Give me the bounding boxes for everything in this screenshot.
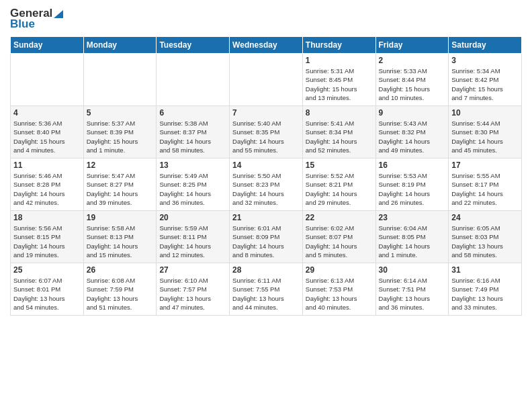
day-info: Sunrise: 6:05 AMSunset: 8:03 PMDaylight:… [451, 224, 519, 259]
calendar-cell: 18Sunrise: 5:56 AMSunset: 8:15 PMDayligh… [11, 211, 84, 263]
header: General Blue [10, 7, 522, 31]
day-number: 7 [232, 108, 300, 118]
weekday-header-sunday: Sunday [11, 37, 84, 54]
calendar-cell: 19Sunrise: 5:58 AMSunset: 8:13 PMDayligh… [83, 211, 157, 263]
calendar-cell: 28Sunrise: 6:11 AMSunset: 7:55 PMDayligh… [230, 263, 303, 316]
calendar-cell [11, 54, 84, 106]
calendar-cell: 27Sunrise: 6:10 AMSunset: 7:57 PMDayligh… [157, 263, 230, 316]
day-number: 3 [451, 56, 519, 65]
logo-blue: Blue [10, 17, 35, 31]
calendar-cell: 25Sunrise: 6:07 AMSunset: 8:01 PMDayligh… [11, 263, 84, 316]
day-info: Sunrise: 6:02 AMSunset: 8:07 PMDaylight:… [306, 224, 373, 259]
calendar-week-1: 1Sunrise: 5:31 AMSunset: 8:45 PMDaylight… [11, 54, 522, 106]
day-number: 5 [87, 108, 154, 118]
day-number: 14 [232, 161, 300, 170]
svg-marker-0 [54, 10, 63, 18]
day-number: 24 [451, 213, 519, 222]
day-info: Sunrise: 5:49 AMSunset: 8:25 PMDaylight:… [159, 171, 226, 207]
day-number: 11 [13, 161, 81, 170]
calendar-cell: 1Sunrise: 5:31 AMSunset: 8:45 PMDaylight… [302, 54, 375, 106]
calendar-cell [157, 54, 230, 106]
logo-icon [52, 7, 64, 19]
calendar-week-5: 25Sunrise: 6:07 AMSunset: 8:01 PMDayligh… [11, 263, 522, 316]
day-info: Sunrise: 6:08 AMSunset: 7:59 PMDaylight:… [87, 276, 154, 312]
day-info: Sunrise: 5:52 AMSunset: 8:21 PMDaylight:… [306, 171, 373, 207]
calendar-cell: 8Sunrise: 5:41 AMSunset: 8:34 PMDaylight… [302, 106, 375, 158]
day-number: 27 [159, 265, 226, 275]
day-number: 9 [379, 108, 446, 118]
weekday-header-monday: Monday [83, 37, 157, 54]
day-number: 15 [306, 161, 373, 170]
weekday-header-tuesday: Tuesday [157, 37, 230, 54]
calendar-table: SundayMondayTuesdayWednesdayThursdayFrid… [10, 36, 522, 316]
calendar-cell: 23Sunrise: 6:04 AMSunset: 8:05 PMDayligh… [375, 211, 449, 263]
calendar-cell: 20Sunrise: 5:59 AMSunset: 8:11 PMDayligh… [157, 211, 230, 263]
day-info: Sunrise: 6:07 AMSunset: 8:01 PMDaylight:… [13, 276, 81, 312]
day-info: Sunrise: 6:01 AMSunset: 8:09 PMDaylight:… [232, 224, 300, 259]
calendar-cell: 13Sunrise: 5:49 AMSunset: 8:25 PMDayligh… [157, 158, 230, 211]
day-number: 22 [306, 213, 373, 222]
calendar-header-row: SundayMondayTuesdayWednesdayThursdayFrid… [11, 37, 522, 54]
day-number: 20 [159, 213, 226, 222]
calendar-cell: 10Sunrise: 5:44 AMSunset: 8:30 PMDayligh… [449, 106, 522, 158]
calendar-cell: 29Sunrise: 6:13 AMSunset: 7:53 PMDayligh… [302, 263, 375, 316]
day-info: Sunrise: 5:47 AMSunset: 8:27 PMDaylight:… [87, 171, 154, 207]
page-container: General Blue SundayMondayTuesdayWednesda… [0, 0, 532, 411]
calendar-cell: 30Sunrise: 6:14 AMSunset: 7:51 PMDayligh… [375, 263, 449, 316]
weekday-header-thursday: Thursday [302, 37, 375, 54]
day-info: Sunrise: 6:10 AMSunset: 7:57 PMDaylight:… [159, 276, 226, 312]
calendar-cell: 11Sunrise: 5:46 AMSunset: 8:28 PMDayligh… [11, 158, 84, 211]
day-number: 6 [159, 108, 226, 118]
day-number: 12 [87, 161, 154, 170]
day-number: 26 [87, 265, 154, 275]
day-info: Sunrise: 6:14 AMSunset: 7:51 PMDaylight:… [379, 276, 446, 312]
calendar-week-3: 11Sunrise: 5:46 AMSunset: 8:28 PMDayligh… [11, 158, 522, 211]
day-info: Sunrise: 5:44 AMSunset: 8:30 PMDaylight:… [451, 119, 519, 154]
calendar-cell: 5Sunrise: 5:37 AMSunset: 8:39 PMDaylight… [83, 106, 157, 158]
calendar-cell: 22Sunrise: 6:02 AMSunset: 8:07 PMDayligh… [302, 211, 375, 263]
day-info: Sunrise: 5:50 AMSunset: 8:23 PMDaylight:… [232, 171, 300, 207]
calendar-cell: 31Sunrise: 6:16 AMSunset: 7:49 PMDayligh… [449, 263, 522, 316]
day-info: Sunrise: 6:16 AMSunset: 7:49 PMDaylight:… [451, 276, 519, 312]
day-info: Sunrise: 5:55 AMSunset: 8:17 PMDaylight:… [451, 171, 519, 207]
calendar-week-2: 4Sunrise: 5:36 AMSunset: 8:40 PMDaylight… [11, 106, 522, 158]
calendar-cell [230, 54, 303, 106]
day-number: 13 [159, 161, 226, 170]
day-number: 17 [451, 161, 519, 170]
day-info: Sunrise: 6:11 AMSunset: 7:55 PMDaylight:… [232, 276, 300, 312]
day-number: 18 [13, 213, 81, 222]
calendar-cell: 15Sunrise: 5:52 AMSunset: 8:21 PMDayligh… [302, 158, 375, 211]
day-info: Sunrise: 5:59 AMSunset: 8:11 PMDaylight:… [159, 224, 226, 259]
day-number: 19 [87, 213, 154, 222]
day-info: Sunrise: 5:36 AMSunset: 8:40 PMDaylight:… [13, 119, 81, 154]
calendar-cell: 7Sunrise: 5:40 AMSunset: 8:35 PMDaylight… [230, 106, 303, 158]
weekday-header-friday: Friday [375, 37, 449, 54]
day-info: Sunrise: 5:34 AMSunset: 8:42 PMDaylight:… [451, 66, 519, 102]
calendar-cell: 24Sunrise: 6:05 AMSunset: 8:03 PMDayligh… [449, 211, 522, 263]
day-info: Sunrise: 5:38 AMSunset: 8:37 PMDaylight:… [159, 119, 226, 154]
day-number: 30 [379, 265, 446, 275]
day-info: Sunrise: 6:13 AMSunset: 7:53 PMDaylight:… [306, 276, 373, 312]
day-info: Sunrise: 5:41 AMSunset: 8:34 PMDaylight:… [306, 119, 373, 154]
calendar-cell: 6Sunrise: 5:38 AMSunset: 8:37 PMDaylight… [157, 106, 230, 158]
calendar-cell: 14Sunrise: 5:50 AMSunset: 8:23 PMDayligh… [230, 158, 303, 211]
day-number: 25 [13, 265, 81, 275]
day-number: 2 [379, 56, 446, 65]
day-number: 23 [379, 213, 446, 222]
day-number: 8 [306, 108, 373, 118]
day-info: Sunrise: 5:43 AMSunset: 8:32 PMDaylight:… [379, 119, 446, 154]
calendar-cell: 17Sunrise: 5:55 AMSunset: 8:17 PMDayligh… [449, 158, 522, 211]
day-info: Sunrise: 5:46 AMSunset: 8:28 PMDaylight:… [13, 171, 81, 207]
day-info: Sunrise: 5:31 AMSunset: 8:45 PMDaylight:… [306, 66, 373, 102]
calendar-cell: 9Sunrise: 5:43 AMSunset: 8:32 PMDaylight… [375, 106, 449, 158]
calendar-cell: 16Sunrise: 5:53 AMSunset: 8:19 PMDayligh… [375, 158, 449, 211]
day-info: Sunrise: 5:33 AMSunset: 8:44 PMDaylight:… [379, 66, 446, 102]
day-info: Sunrise: 5:58 AMSunset: 8:13 PMDaylight:… [87, 224, 154, 259]
weekday-header-wednesday: Wednesday [230, 37, 303, 54]
day-number: 29 [306, 265, 373, 275]
calendar-cell: 12Sunrise: 5:47 AMSunset: 8:27 PMDayligh… [83, 158, 157, 211]
day-number: 16 [379, 161, 446, 170]
day-info: Sunrise: 6:04 AMSunset: 8:05 PMDaylight:… [379, 224, 446, 259]
calendar-cell: 21Sunrise: 6:01 AMSunset: 8:09 PMDayligh… [230, 211, 303, 263]
calendar-week-4: 18Sunrise: 5:56 AMSunset: 8:15 PMDayligh… [11, 211, 522, 263]
